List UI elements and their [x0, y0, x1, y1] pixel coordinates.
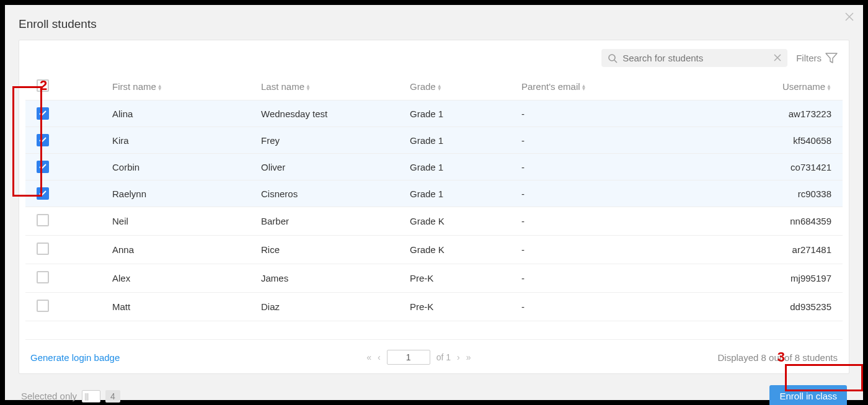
cell-username: rc90338	[756, 180, 843, 207]
selected-count-badge: 4	[105, 390, 120, 403]
cell-parent-email: -	[515, 264, 756, 293]
cell-username: nn684359	[756, 207, 843, 236]
table-row[interactable]: AnnaRiceGrade K-ar271481	[25, 236, 843, 264]
cell-last-name: Oliver	[255, 154, 404, 180]
table-row[interactable]: KiraFreyGrade 1-kf540658	[25, 127, 843, 154]
search-icon	[608, 53, 618, 63]
modal-header: Enroll students	[19, 17, 849, 31]
cell-grade: Grade K	[404, 207, 515, 236]
annotation-label-2: 2	[40, 78, 47, 94]
selected-only-toggle[interactable]: |||	[82, 390, 100, 403]
cell-parent-email: -	[515, 154, 756, 180]
table-row[interactable]: AlinaWednesday testGrade 1-aw173223	[25, 100, 843, 127]
row-checkbox[interactable]	[37, 243, 49, 255]
cell-parent-email: -	[515, 100, 756, 127]
row-checkbox[interactable]	[37, 107, 49, 120]
selected-only-label: Selected only	[21, 391, 77, 401]
row-checkbox[interactable]	[37, 300, 49, 312]
cell-last-name: Diaz	[255, 293, 404, 321]
page-prev-icon[interactable]: ‹	[378, 352, 381, 362]
cell-username: co731421	[756, 154, 843, 180]
col-last-name[interactable]: Last name▲▼	[255, 74, 404, 100]
students-panel: Filters First name▲▼ Last name▲▼ Grade▲▼…	[19, 40, 849, 374]
filters-label: Filters	[796, 53, 822, 63]
cell-first-name: Raelynn	[106, 180, 255, 207]
page-total: of 1	[436, 352, 451, 362]
col-grade[interactable]: Grade▲▼	[404, 74, 515, 100]
cell-first-name: Anna	[106, 236, 255, 264]
row-checkbox[interactable]	[37, 187, 49, 200]
sort-icon: ▲▼	[826, 84, 831, 91]
cell-grade: Pre-K	[404, 264, 515, 293]
cell-last-name: Frey	[255, 127, 404, 154]
cell-first-name: Alex	[106, 264, 255, 293]
panel-footer: Generate login badge « ‹ of 1 › » Displa…	[25, 340, 843, 367]
enroll-in-class-button[interactable]: Enroll in class	[769, 385, 847, 405]
cell-parent-email: -	[515, 207, 756, 236]
col-parent-email[interactable]: Parent's email▲▼	[515, 74, 756, 100]
clear-search-icon[interactable]	[774, 53, 781, 63]
row-checkbox[interactable]	[37, 271, 49, 283]
cell-grade: Grade 1	[404, 100, 515, 127]
generate-login-badge-link[interactable]: Generate login badge	[30, 352, 120, 363]
filters-button[interactable]: Filters	[796, 53, 838, 64]
cell-username: aw173223	[756, 100, 843, 127]
page-first-icon[interactable]: «	[366, 352, 371, 362]
panel-toolbar: Filters	[25, 49, 843, 74]
page-next-icon[interactable]: ›	[457, 352, 460, 362]
cell-first-name: Matt	[106, 293, 255, 321]
modal-title: Enroll students	[19, 17, 97, 31]
cell-grade: Grade K	[404, 236, 515, 264]
svg-line-1	[614, 60, 617, 63]
table-row[interactable]: CorbinOliverGrade 1-co731421	[25, 154, 843, 180]
filter-icon	[825, 53, 838, 64]
cell-parent-email: -	[515, 293, 756, 321]
pagination: « ‹ of 1 › »	[366, 350, 471, 365]
cell-grade: Grade 1	[404, 154, 515, 180]
search-box[interactable]	[601, 49, 787, 67]
cell-first-name: Corbin	[106, 154, 255, 180]
page-last-icon[interactable]: »	[466, 352, 471, 362]
annotation-label-3: 3	[777, 349, 785, 365]
table-row[interactable]: NeilBarberGrade K-nn684359	[25, 207, 843, 236]
col-username[interactable]: Username▲▼	[756, 74, 843, 100]
page-input[interactable]	[387, 350, 430, 365]
bottom-bar: Selected only ||| 4 Enroll in class	[19, 385, 849, 405]
cell-last-name: Wednesday test	[255, 100, 404, 127]
cell-parent-email: -	[515, 236, 756, 264]
cell-username: mj995197	[756, 264, 843, 293]
row-checkbox[interactable]	[37, 161, 49, 173]
selected-only-control: Selected only ||| 4	[21, 390, 120, 403]
cell-last-name: Barber	[255, 207, 404, 236]
sort-icon: ▲▼	[306, 84, 311, 91]
cell-username: kf540658	[756, 127, 843, 154]
table-row[interactable]: AlexJamesPre-K-mj995197	[25, 264, 843, 293]
cell-first-name: Alina	[106, 100, 255, 127]
cell-last-name: James	[255, 264, 404, 293]
col-first-name[interactable]: First name▲▼	[106, 74, 255, 100]
sort-icon: ▲▼	[437, 84, 442, 91]
search-input[interactable]	[622, 53, 769, 63]
cell-grade: Grade 1	[404, 180, 515, 207]
sort-icon: ▲▼	[582, 84, 587, 91]
close-icon[interactable]	[844, 11, 854, 24]
cell-parent-email: -	[515, 127, 756, 154]
cell-parent-email: -	[515, 180, 756, 207]
row-checkbox[interactable]	[37, 134, 49, 146]
enroll-students-modal: Enroll students Filters F	[5, 5, 863, 400]
cell-username: dd935235	[756, 293, 843, 321]
cell-first-name: Kira	[106, 127, 255, 154]
cell-grade: Grade 1	[404, 127, 515, 154]
cell-grade: Pre-K	[404, 293, 515, 321]
cell-username: ar271481	[756, 236, 843, 264]
students-table: First name▲▼ Last name▲▼ Grade▲▼ Parent'…	[25, 74, 843, 321]
cell-last-name: Rice	[255, 236, 404, 264]
row-checkbox[interactable]	[37, 214, 49, 226]
cell-first-name: Neil	[106, 207, 255, 236]
table-row[interactable]: MattDiazPre-K-dd935235	[25, 293, 843, 321]
sort-icon: ▲▼	[157, 84, 162, 91]
table-row[interactable]: RaelynnCisnerosGrade 1-rc90338	[25, 180, 843, 207]
cell-last-name: Cisneros	[255, 180, 404, 207]
svg-point-0	[609, 55, 615, 61]
